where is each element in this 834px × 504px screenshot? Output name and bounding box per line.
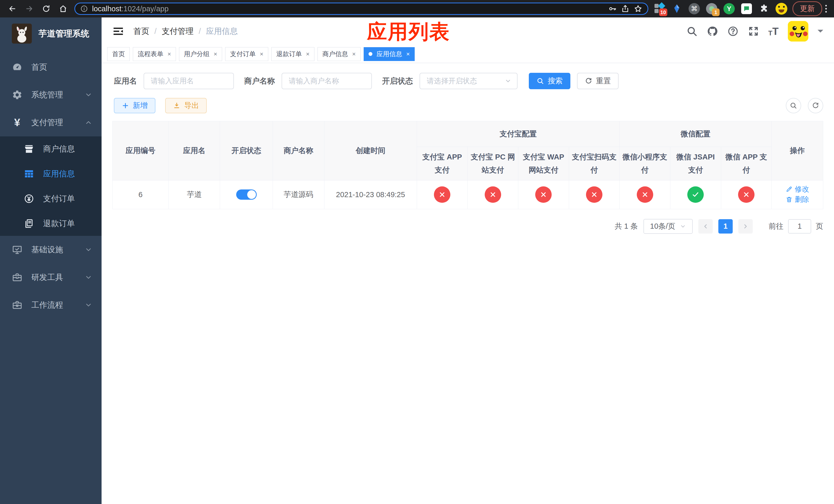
active-tab-dot bbox=[369, 52, 372, 56]
next-page-button[interactable] bbox=[738, 219, 753, 233]
app-name-input[interactable] bbox=[144, 73, 234, 89]
extension-chat-icon[interactable] bbox=[741, 3, 752, 15]
header-search-icon[interactable] bbox=[686, 26, 698, 37]
tab-active[interactable]: 应用信息× bbox=[364, 47, 415, 61]
add-button[interactable]: 新增 bbox=[114, 98, 155, 113]
plus-icon bbox=[122, 102, 129, 110]
browser-back-button[interactable] bbox=[6, 2, 19, 15]
cell-channel-status bbox=[417, 180, 467, 209]
export-button[interactable]: 导出 bbox=[165, 98, 207, 113]
tab-label: 应用信息 bbox=[376, 50, 402, 58]
refresh-icon bbox=[812, 102, 819, 110]
sidebar-item-gear[interactable]: 系统管理 bbox=[0, 81, 102, 109]
prev-page-button[interactable] bbox=[698, 219, 713, 233]
user-avatar[interactable] bbox=[788, 21, 808, 42]
status-select[interactable]: 请选择开启状态 bbox=[420, 73, 518, 89]
goto-page-input[interactable] bbox=[788, 219, 811, 233]
tab-close-icon[interactable]: × bbox=[352, 51, 356, 57]
check-icon bbox=[691, 190, 700, 199]
sidebar-item-label: 首页 bbox=[31, 62, 92, 72]
cross-icon bbox=[488, 190, 497, 199]
font-size-icon[interactable]: TT bbox=[768, 26, 778, 37]
status-label: 开启状态 bbox=[382, 76, 413, 86]
fullscreen-icon[interactable] bbox=[748, 26, 759, 37]
tab-close-icon[interactable]: × bbox=[260, 51, 263, 57]
page-size-value: 10条/页 bbox=[650, 221, 675, 231]
site-info-icon[interactable] bbox=[80, 5, 88, 13]
sidebar-item-grid[interactable]: 应用信息 bbox=[0, 161, 102, 186]
search-button[interactable]: 搜索 bbox=[529, 73, 570, 89]
browser-nav-buttons bbox=[6, 2, 70, 15]
sidebar-item-store[interactable]: 商户信息 bbox=[0, 136, 102, 161]
bookmark-star-icon[interactable] bbox=[634, 4, 642, 13]
sidebar-item-dashboard[interactable]: 首页 bbox=[0, 53, 102, 81]
tab-item[interactable]: 首页 bbox=[107, 47, 130, 61]
avatar-caret-icon[interactable] bbox=[818, 30, 823, 36]
column-header: 应用名 bbox=[169, 121, 220, 181]
tab-close-icon[interactable]: × bbox=[214, 51, 217, 57]
cell-merchant-name: 芋道源码 bbox=[273, 180, 324, 209]
toggle-search-button[interactable] bbox=[786, 98, 801, 113]
url-bar[interactable]: localhost:1024/pay/app bbox=[74, 3, 648, 15]
tab-item[interactable]: 商户信息× bbox=[317, 47, 360, 61]
extension-camera-icon[interactable]: 1 bbox=[706, 3, 718, 15]
toolbox-icon bbox=[12, 272, 23, 283]
tab-close-icon[interactable]: × bbox=[306, 51, 310, 57]
share-icon[interactable] bbox=[621, 4, 630, 13]
column-subheader: 支付宝扫码支付 bbox=[569, 147, 620, 181]
sidebar-item-label: 支付管理 bbox=[31, 117, 85, 128]
sidebar-item-doc[interactable]: 退款订单 bbox=[0, 211, 102, 236]
extension-blocks-icon[interactable]: 10 bbox=[654, 3, 665, 15]
merchant-name-input[interactable] bbox=[282, 73, 372, 89]
github-icon[interactable] bbox=[707, 26, 718, 37]
tab-item[interactable]: 退款订单× bbox=[271, 47, 314, 61]
profile-avatar[interactable] bbox=[775, 3, 787, 15]
tab-close-icon[interactable]: × bbox=[168, 51, 171, 57]
sidebar-item-briefcase[interactable]: 工作流程 bbox=[0, 291, 102, 319]
add-button-label: 新增 bbox=[133, 100, 148, 111]
tab-item[interactable]: 流程表单× bbox=[133, 47, 176, 61]
cross-icon bbox=[742, 190, 751, 199]
extension-y-icon[interactable]: Y bbox=[723, 3, 735, 15]
edit-icon bbox=[786, 186, 793, 193]
cell-app-name: 芋道 bbox=[169, 180, 220, 209]
tab-item[interactable]: 用户分组× bbox=[179, 47, 222, 61]
page-suffix-label: 页 bbox=[816, 221, 823, 231]
browser-menu-icon[interactable] bbox=[825, 5, 827, 13]
tab-close-icon[interactable]: × bbox=[406, 51, 410, 57]
annotation-app-list: 应用列表 bbox=[367, 19, 450, 45]
sidebar-item-label: 基础设施 bbox=[31, 244, 85, 255]
browser-home-button[interactable] bbox=[57, 2, 70, 15]
breadcrumb-item[interactable]: 首页 bbox=[133, 26, 149, 37]
password-key-icon[interactable] bbox=[608, 4, 617, 13]
browser-forward-button[interactable] bbox=[23, 2, 36, 15]
sidebar-collapse-icon[interactable] bbox=[112, 25, 124, 37]
page-size-select[interactable]: 10条/页 bbox=[643, 219, 693, 234]
sidebar-item-yen[interactable]: ¥支付管理 bbox=[0, 109, 102, 136]
goto-label: 前往 bbox=[769, 221, 784, 231]
sidebar-item-label: 系统管理 bbox=[31, 90, 85, 100]
sidebar-item-monitor[interactable]: 基础设施 bbox=[0, 236, 102, 264]
delete-button[interactable]: 删除 bbox=[786, 194, 809, 204]
extension-command-icon[interactable]: ⌘ bbox=[688, 3, 700, 15]
extension-kite-icon[interactable] bbox=[671, 3, 683, 15]
extensions-puzzle-icon[interactable] bbox=[758, 3, 770, 15]
column-subheader: 支付宝 PC 网站支付 bbox=[467, 147, 518, 181]
tab-item[interactable]: 支付订单× bbox=[225, 47, 268, 61]
help-icon[interactable] bbox=[727, 26, 739, 37]
sidebar-item-coin[interactable]: 支付订单 bbox=[0, 186, 102, 211]
sidebar-item-toolbox[interactable]: 研发工具 bbox=[0, 264, 102, 291]
extensions-row: 10 ⌘ 1 Y bbox=[654, 3, 787, 15]
browser-update-button[interactable]: 更新 bbox=[792, 1, 822, 16]
edit-button[interactable]: 修改 bbox=[786, 184, 809, 194]
reset-button[interactable]: 重置 bbox=[577, 73, 619, 89]
page-number-current[interactable]: 1 bbox=[718, 219, 733, 233]
browser-reload-button[interactable] bbox=[40, 2, 53, 15]
breadcrumb-item[interactable]: 支付管理 bbox=[162, 26, 194, 37]
refresh-table-button[interactable] bbox=[808, 98, 823, 113]
tags-view: 首页流程表单×用户分组×支付订单×退款订单×商户信息×应用信息× bbox=[102, 45, 834, 63]
sidebar-logo-row[interactable]: 芋道管理系统 bbox=[0, 18, 102, 49]
enabled-toggle[interactable] bbox=[236, 189, 257, 200]
cell-channel-status bbox=[518, 180, 569, 209]
url-text: localhost:1024/pay/app bbox=[92, 5, 604, 13]
